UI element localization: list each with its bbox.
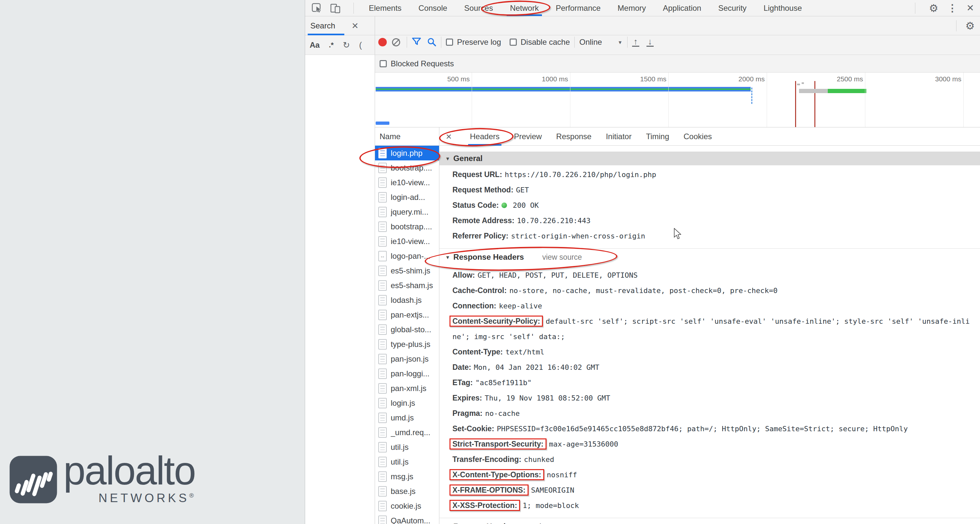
settings-gear-icon[interactable]: ⚙	[929, 3, 939, 13]
tab-elements[interactable]: Elements	[369, 0, 401, 16]
timeline-tick-label: 500 ms	[423, 75, 470, 83]
request-row[interactable]: global-sto...	[375, 322, 439, 337]
header-name: Content-Security-Policy:	[450, 315, 543, 327]
detail-tab-preview[interactable]: Preview	[514, 127, 542, 146]
header-row: Cache-Control:no-store, no-cache, must-r…	[439, 283, 980, 298]
detail-tab-initiator[interactable]: Initiator	[606, 127, 632, 146]
network-controls-row: Search ✕ Preserve log Disable cache Onli…	[305, 16, 980, 35]
request-row[interactable]: logo-pan-...	[375, 248, 439, 263]
document-file-icon	[378, 148, 387, 158]
timeline-tick-label: 1000 ms	[521, 75, 568, 83]
blocked-requests-checkbox[interactable]	[380, 60, 387, 67]
clipped-glyph: (	[359, 40, 362, 50]
request-row[interactable]: lodash.js	[375, 293, 439, 307]
header-row: Pragma:no-cache	[439, 406, 980, 421]
request-row[interactable]: QaAutom...	[375, 513, 439, 524]
request-row[interactable]: bootstrap....	[375, 161, 439, 175]
request-row[interactable]: pan-loggi...	[375, 366, 439, 381]
close-detail-icon[interactable]: ×	[446, 131, 452, 142]
detail-tab-response[interactable]: Response	[556, 127, 592, 146]
close-devtools-icon[interactable]: ✕	[967, 3, 974, 13]
request-row[interactable]: msg.js	[375, 469, 439, 484]
header-value: Thu, 19 Nov 1981 08:52:00 GMT	[485, 394, 610, 402]
match-case-button[interactable]: Aa	[310, 40, 320, 49]
request-row[interactable]: pan-xml.js	[375, 381, 439, 396]
tab-console[interactable]: Console	[418, 0, 447, 16]
tab-sources[interactable]: Sources	[464, 0, 493, 16]
request-row[interactable]: login.js	[375, 396, 439, 410]
document-file-icon	[378, 413, 387, 423]
timeline-overview[interactable]: 500 ms1000 ms1500 ms2000 ms2500 ms3000 m…	[375, 73, 980, 127]
collapse-triangle-icon: ▼	[445, 255, 450, 260]
request-name: pan-json.js	[391, 354, 429, 363]
header-row: Status Code:200 OK	[439, 197, 980, 213]
detail-tabs-row: × HeadersPreviewResponseInitiatorTimingC…	[439, 127, 980, 146]
search-results-pane	[305, 55, 375, 524]
tab-performance[interactable]: Performance	[556, 0, 600, 16]
request-name: global-sto...	[391, 325, 431, 334]
document-file-icon	[378, 192, 387, 202]
view-source-link[interactable]: view source	[542, 253, 582, 262]
request-row[interactable]: ie10-view...	[375, 234, 439, 248]
toolbar-divider	[956, 20, 956, 31]
name-column-header[interactable]: Name	[375, 127, 439, 146]
close-search-icon[interactable]: ✕	[352, 21, 359, 31]
request-row[interactable]: ie10-view...	[375, 175, 439, 190]
request-name: ie10-view...	[391, 178, 430, 187]
detail-tab-headers[interactable]: Headers	[470, 127, 500, 146]
detail-tab-cookies[interactable]: Cookies	[684, 127, 712, 146]
request-row[interactable]: _umd.req...	[375, 425, 439, 440]
timeline-gridline	[668, 73, 669, 127]
regex-button[interactable]: .*	[329, 41, 334, 49]
header-name: Set-Cookie:	[452, 424, 494, 433]
search-tab[interactable]: Search	[310, 21, 335, 30]
request-row[interactable]: umd.js	[375, 410, 439, 425]
detail-tab-timing[interactable]: Timing	[646, 127, 669, 146]
request-row[interactable]: es5-shim.js	[375, 263, 439, 278]
request-row[interactable]: cookie.js	[375, 499, 439, 513]
device-toolbar-icon[interactable]	[330, 3, 341, 13]
toolbar-divider	[915, 3, 915, 14]
header-value: 10.70.226.210:443	[517, 217, 590, 225]
request-row[interactable]: type-plus.js	[375, 337, 439, 352]
request-row[interactable]: util.js	[375, 454, 439, 469]
header-name: Connection:	[452, 301, 496, 310]
header-row: Content-Security-Policy:default-src 'sel…	[439, 314, 980, 344]
header-name: X-Content-Type-Options:	[450, 469, 544, 480]
more-options-icon[interactable]: ⋮	[948, 3, 958, 13]
header-value: nosniff	[547, 471, 577, 479]
document-file-icon	[378, 368, 387, 379]
timeline-gridline	[865, 73, 865, 127]
refresh-search-icon[interactable]: ↻	[343, 40, 350, 50]
inspect-element-icon[interactable]	[312, 3, 322, 13]
logo-networks-text: NETWORKS®	[64, 491, 194, 505]
request-row[interactable]: bootstrap....	[375, 219, 439, 234]
tab-network[interactable]: Network	[510, 0, 539, 16]
response-headers-section-header[interactable]: ▼ Response Headers view source	[439, 248, 980, 265]
request-row[interactable]: pan-extjs...	[375, 307, 439, 322]
requests-column: Name login.phpbootstrap....ie10-view...l…	[375, 127, 439, 524]
request-row[interactable]: jquery.mi...	[375, 204, 439, 219]
request-headers-section-header[interactable]: ▼ Request Headers view source	[439, 518, 980, 524]
request-name: jquery.mi...	[391, 207, 429, 217]
document-file-icon	[378, 398, 387, 408]
request-row[interactable]: util.js	[375, 440, 439, 454]
main-tabs: ElementsConsoleSourcesNetworkPerformance…	[360, 0, 810, 16]
header-row: ETag:"ac85ef1911b"	[439, 375, 980, 390]
request-row[interactable]: pan-json.js	[375, 352, 439, 366]
view-source-link[interactable]: view source	[536, 522, 575, 524]
tab-security[interactable]: Security	[718, 0, 747, 16]
header-value: strict-origin-when-cross-origin	[511, 232, 645, 240]
request-row[interactable]: base.js	[375, 484, 439, 499]
general-section-header[interactable]: ▼ General	[439, 151, 980, 165]
request-row[interactable]: es5-sham.js	[375, 278, 439, 293]
network-settings-gear-icon[interactable]: ⚙	[965, 21, 975, 31]
document-file-icon	[378, 486, 387, 497]
tab-memory[interactable]: Memory	[618, 0, 646, 16]
request-row[interactable]: login-ad...	[375, 190, 439, 204]
tab-application[interactable]: Application	[663, 0, 701, 16]
document-file-icon	[378, 236, 387, 247]
document-file-icon	[378, 177, 387, 188]
tab-lighthouse[interactable]: Lighthouse	[764, 0, 802, 16]
request-row[interactable]: login.php	[375, 146, 439, 161]
